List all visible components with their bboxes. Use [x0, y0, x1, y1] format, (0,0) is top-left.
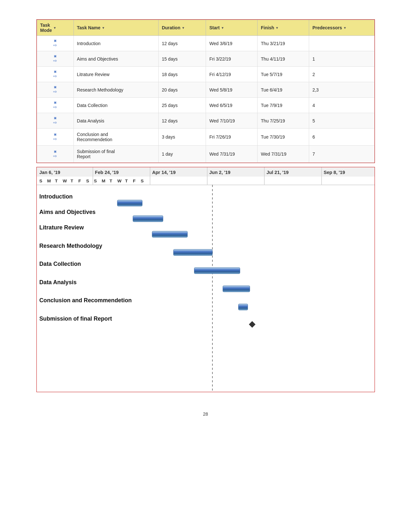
- svg-text:Litrature Review: Litrature Review: [39, 224, 84, 231]
- predecessors-cell: 1: [309, 51, 374, 67]
- duration-cell: 1 day: [158, 146, 206, 163]
- gantt-chart-container: Jan 6, '19 Feb 24, '19 Apr 14, '19 Jun 2…: [36, 167, 375, 392]
- task-name-cell: Data Analysis: [73, 113, 158, 129]
- svg-text:S: S: [141, 179, 143, 183]
- finish-dropdown-icon[interactable]: ▼: [276, 26, 279, 30]
- task-mode-cell: ▣⇨: [37, 146, 73, 163]
- start-cell: Fri 7/26/19: [206, 129, 258, 146]
- task-mode-cell: ▣⇨: [37, 113, 73, 129]
- svg-text:Data Collection: Data Collection: [39, 261, 81, 267]
- task-table-container: TaskMode ▼ Task Name ▼ Duration ▼: [36, 19, 375, 163]
- duration-cell: 18 days: [158, 67, 206, 82]
- task-mode-cell: ▣⇨: [37, 129, 73, 146]
- col-header-predecessors[interactable]: Predecessors ▼: [309, 20, 374, 36]
- task-mode-icon: ⇨: [53, 120, 57, 125]
- svg-text:Jul 21, '19: Jul 21, '19: [266, 170, 289, 175]
- task-mode-icon: ⇨: [53, 153, 57, 159]
- svg-text:Aims and Objectives: Aims and Objectives: [39, 209, 95, 215]
- start-dropdown-icon[interactable]: ▼: [221, 26, 224, 30]
- col-header-task-mode[interactable]: TaskMode ▼: [37, 20, 73, 36]
- svg-text:T: T: [109, 179, 112, 183]
- duration-cell: 3 days: [158, 129, 206, 146]
- svg-text:T: T: [55, 179, 58, 183]
- task-mode-icon: ⇨: [53, 104, 57, 110]
- table-row: ▣⇨Research Methodology20 daysWed 5/8/19T…: [37, 82, 374, 98]
- task-mode-cell: ▣⇨: [37, 82, 73, 98]
- table-row: ▣⇨Introduction12 daysWed 3/6/19Thu 3/21/…: [37, 36, 374, 51]
- task-name-cell: Litrature Review: [73, 67, 158, 82]
- col-header-task-name[interactable]: Task Name ▼: [73, 20, 158, 36]
- predecessors-cell: [309, 36, 374, 51]
- col-label-finish: Finish: [261, 25, 274, 30]
- finish-cell: Tue 7/9/19: [258, 98, 309, 113]
- table-row: ▣⇨Aims and Objectives15 daysFri 3/22/19T…: [37, 51, 374, 67]
- svg-rect-32: [133, 216, 163, 222]
- task-name-cell: Research Methodology: [73, 82, 158, 98]
- svg-text:Jun 2, '19: Jun 2, '19: [209, 170, 230, 175]
- table-row: ▣⇨Conclusion andRecommendetion3 daysFri …: [37, 129, 374, 146]
- finish-cell: Thu 7/25/19: [258, 113, 309, 129]
- svg-text:Introduction: Introduction: [39, 193, 73, 200]
- svg-text:Apr 14, '19: Apr 14, '19: [152, 170, 175, 175]
- start-cell: Wed 3/6/19: [206, 36, 258, 51]
- svg-text:F: F: [78, 179, 81, 183]
- col-header-duration[interactable]: Duration ▼: [158, 20, 206, 36]
- svg-text:Sep 8, '19: Sep 8, '19: [323, 170, 345, 175]
- svg-text:W: W: [63, 179, 67, 183]
- svg-text:Submission of final Report: Submission of final Report: [39, 315, 112, 322]
- task-mode-cell: ▣⇨: [37, 51, 73, 67]
- predecessors-cell: 2: [309, 67, 374, 82]
- duration-cell: 12 days: [158, 36, 206, 51]
- predecessors-cell: 2,3: [309, 82, 374, 98]
- svg-text:Research Methodology: Research Methodology: [39, 243, 102, 249]
- svg-text:T: T: [125, 179, 128, 183]
- start-cell: Wed 5/8/19: [206, 82, 258, 98]
- col-label-start: Start: [209, 25, 220, 30]
- finish-cell: Tue 7/30/19: [258, 129, 309, 146]
- table-row: ▣⇨Data Collection25 daysWed 6/5/19Tue 7/…: [37, 98, 374, 113]
- predecessors-dropdown-icon[interactable]: ▼: [343, 26, 347, 30]
- svg-text:S: S: [39, 179, 42, 183]
- start-cell: Wed 7/31/19: [206, 146, 258, 163]
- svg-rect-34: [152, 231, 187, 237]
- task-mode-icon: ⇨: [53, 73, 57, 79]
- col-label-predecessors: Predecessors: [312, 25, 342, 30]
- table-row: ▣⇨Data Analysis12 daysWed 7/10/19Thu 7/2…: [37, 113, 374, 129]
- finish-cell: Tue 5/7/19: [258, 67, 309, 82]
- duration-cell: 20 days: [158, 82, 206, 98]
- table-row: ▣⇨Litrature Review18 daysFri 4/12/19Tue …: [37, 67, 374, 82]
- predecessors-cell: 5: [309, 113, 374, 129]
- task-mode-dropdown-icon[interactable]: ▼: [53, 26, 56, 30]
- svg-text:S: S: [86, 179, 89, 183]
- svg-rect-36: [173, 249, 212, 256]
- start-cell: Wed 7/10/19: [206, 113, 258, 129]
- table-row: ▣⇨Submission of finalReport1 dayWed 7/31…: [37, 146, 374, 163]
- start-cell: Wed 6/5/19: [206, 98, 258, 113]
- svg-text:Data Analysis: Data Analysis: [39, 279, 77, 285]
- svg-text:F: F: [133, 179, 135, 183]
- col-header-finish[interactable]: Finish ▼: [258, 20, 309, 36]
- col-header-start[interactable]: Start ▼: [206, 20, 258, 36]
- gantt-svg: Jan 6, '19 Feb 24, '19 Apr 14, '19 Jun 2…: [37, 167, 375, 391]
- duration-cell: 12 days: [158, 113, 206, 129]
- task-name-dropdown-icon[interactable]: ▼: [102, 26, 105, 30]
- svg-rect-44: [249, 321, 256, 328]
- svg-rect-38: [194, 267, 240, 274]
- predecessors-cell: 6: [309, 129, 374, 146]
- finish-cell: Wed 7/31/19: [258, 146, 309, 163]
- col-label-task-mode: TaskMode: [40, 23, 52, 33]
- svg-text:Feb 24, '19: Feb 24, '19: [95, 170, 119, 175]
- start-cell: Fri 4/12/19: [206, 67, 258, 82]
- predecessors-cell: 4: [309, 98, 374, 113]
- svg-rect-42: [238, 304, 248, 310]
- svg-text:T: T: [70, 179, 73, 183]
- duration-cell: 15 days: [158, 51, 206, 67]
- task-name-cell: Aims and Objectives: [73, 51, 158, 67]
- task-mode-cell: ▣⇨: [37, 98, 73, 113]
- col-label-duration: Duration: [162, 25, 181, 30]
- finish-cell: Thu 4/11/19: [258, 51, 309, 67]
- col-label-task-name: Task Name: [77, 25, 101, 30]
- svg-text:Conclusion and Recommendetion: Conclusion and Recommendetion: [39, 297, 132, 304]
- task-mode-icon: ⇨: [53, 136, 57, 141]
- duration-dropdown-icon[interactable]: ▼: [181, 26, 185, 30]
